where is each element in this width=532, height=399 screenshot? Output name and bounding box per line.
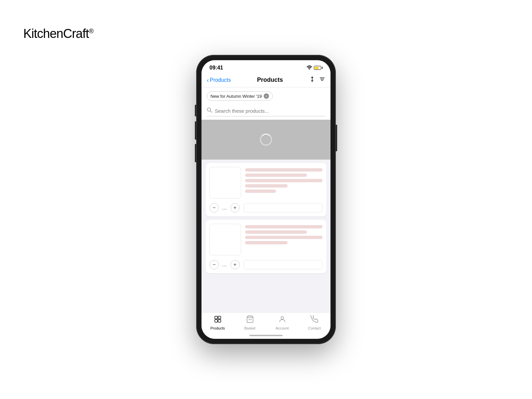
product-card-top [209, 224, 323, 255]
increase-quantity-button[interactable]: + [230, 203, 240, 212]
product-image [209, 167, 241, 199]
loading-spinner [260, 134, 272, 146]
search-input[interactable] [215, 108, 325, 114]
products-tab-label: Products [210, 326, 225, 330]
decrease-quantity-button[interactable]: − [209, 260, 219, 269]
contact-tab-label: Contact [308, 326, 321, 330]
tab-account[interactable]: Account [266, 315, 298, 330]
decrease-quantity-button[interactable]: − [209, 203, 219, 212]
brand-name-bold: Kitchen [23, 27, 63, 41]
phone-shell: 09:41 ⚡ [196, 55, 336, 344]
product-info [245, 167, 323, 199]
product-card: − ... + [205, 220, 327, 273]
svg-point-0 [309, 69, 310, 70]
increase-quantity-button[interactable]: + [230, 260, 240, 269]
home-indicator [201, 332, 331, 339]
back-button[interactable]: ‹ Products [207, 77, 231, 83]
nav-bar: ‹ Products Products [201, 73, 331, 87]
account-tab-icon [278, 315, 286, 325]
svg-rect-10 [218, 320, 221, 322]
skeleton-line [245, 236, 323, 239]
battery-tip [322, 67, 323, 69]
basket-tab-icon [246, 315, 254, 325]
tab-products[interactable]: Products [201, 315, 234, 330]
product-info [245, 224, 323, 255]
wifi-icon [307, 65, 312, 70]
content-area: New for Autumn Winter '19 × [201, 87, 331, 339]
product-card-top [209, 167, 323, 199]
svg-line-6 [210, 111, 212, 113]
filter-tag-close-button[interactable]: × [264, 93, 269, 99]
price-display [244, 203, 323, 212]
loading-banner [201, 120, 331, 160]
svg-rect-7 [215, 316, 217, 319]
more-options-button[interactable]: ... [222, 205, 227, 210]
search-bar [207, 107, 325, 116]
back-chevron-icon: ‹ [207, 77, 209, 83]
volume-mute-button [195, 105, 196, 116]
contact-tab-icon [311, 315, 319, 325]
status-bar: 09:41 ⚡ [201, 60, 331, 73]
home-bar [249, 335, 283, 336]
volume-down-button [195, 144, 196, 162]
svg-rect-9 [215, 320, 217, 322]
search-icon [207, 107, 212, 114]
skeleton-line [245, 184, 288, 188]
status-time: 09:41 [209, 65, 223, 71]
quantity-controls: − ... + [209, 260, 240, 269]
brand-name-light: Craft [63, 27, 89, 41]
status-icons: ⚡ [307, 65, 323, 70]
skeleton-line [245, 225, 323, 228]
nav-actions [309, 76, 325, 84]
skeleton-line [245, 174, 307, 177]
quantity-controls: − ... + [209, 203, 240, 212]
account-tab-label: Account [276, 326, 289, 330]
tab-basket[interactable]: Basket [234, 315, 266, 330]
filter-area: New for Autumn Winter '19 × [201, 87, 331, 105]
lightning-icon: ⚡ [316, 66, 319, 69]
skeleton-line [245, 179, 323, 182]
price-display [244, 260, 323, 269]
basket-tab-label: Basket [244, 326, 256, 330]
brand-logo: KitchenCraft® [23, 27, 93, 41]
product-card-controls: − ... + [209, 202, 323, 212]
sort-button[interactable] [309, 76, 315, 84]
tab-bar: Products Basket [201, 312, 331, 332]
skeleton-line [245, 168, 323, 172]
products-tab-icon [214, 315, 222, 325]
skeleton-line [245, 190, 276, 193]
brand-registered: ® [89, 27, 93, 35]
back-label: Products [210, 77, 231, 83]
battery-icon: ⚡ [314, 66, 323, 70]
svg-rect-8 [218, 316, 221, 319]
product-card-controls: − ... + [209, 259, 323, 269]
active-filter-tag: New for Autumn Winter '19 × [207, 91, 273, 101]
skeleton-line [245, 230, 307, 234]
filter-tag-label: New for Autumn Winter '19 [210, 94, 262, 99]
skeleton-line [245, 241, 288, 244]
svg-point-12 [281, 317, 284, 319]
power-button [336, 125, 337, 151]
volume-up-button [195, 121, 196, 140]
phone-screen: 09:41 ⚡ [201, 60, 331, 339]
phone-wrapper: 09:41 ⚡ [196, 55, 336, 344]
product-card: − ... + [205, 163, 327, 216]
product-image [209, 224, 241, 255]
search-area [201, 105, 331, 120]
product-list: − ... + [201, 160, 331, 312]
filter-button[interactable] [319, 76, 325, 84]
tab-contact[interactable]: Contact [298, 315, 331, 330]
more-options-button[interactable]: ... [222, 262, 227, 267]
page-title: Products [257, 76, 283, 83]
